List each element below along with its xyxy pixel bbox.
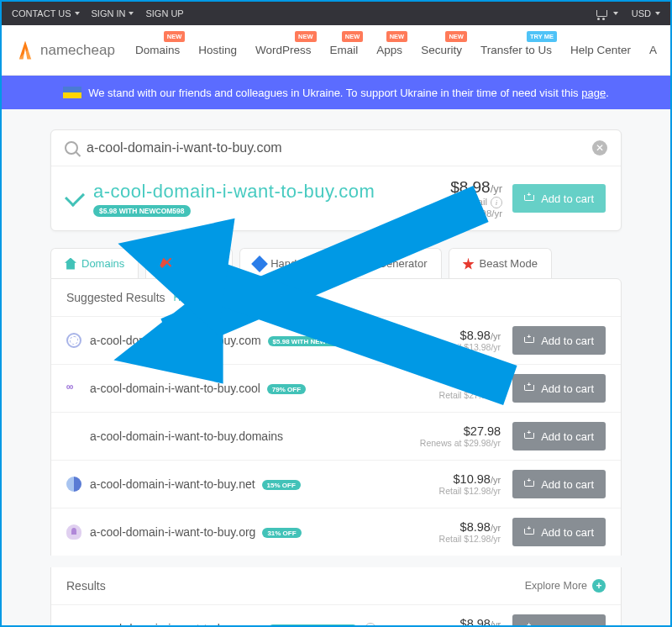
price: $10.98/yrRetail $12.98/yr xyxy=(439,472,501,496)
banner-link[interactable]: page xyxy=(581,87,606,99)
explore-more[interactable]: Explore More+ xyxy=(525,579,606,593)
header: namecheap DomainsNEWHostingWordPressNEWE… xyxy=(2,25,670,76)
nav-domains[interactable]: DomainsNEW xyxy=(135,44,180,56)
nav-help-center[interactable]: Help Center xyxy=(570,44,631,56)
search-input[interactable] xyxy=(87,140,592,155)
nav-wordpress[interactable]: WordPressNEW xyxy=(255,44,312,56)
results-header: Results Explore More+ xyxy=(51,567,621,604)
cart-add-icon xyxy=(524,383,536,393)
signup-link[interactable]: SIGN UP xyxy=(145,8,183,18)
currency-menu[interactable]: USD xyxy=(632,8,660,18)
nav-tag: NEW xyxy=(445,31,467,42)
nav-transfer-to-us[interactable]: Transfer to UsTRY ME xyxy=(480,44,552,56)
domain-name[interactable]: a-cool-domain-i-want-to-buy.org xyxy=(90,525,255,539)
promo-badge: 31% OFF xyxy=(262,528,301,538)
cart-menu[interactable] xyxy=(596,8,618,19)
add-to-cart-button[interactable]: Add to cart xyxy=(512,518,606,546)
hero-result: a-cool-domain-i-want-to-buy.com $5.98 WI… xyxy=(51,166,621,230)
cart-add-icon xyxy=(524,624,536,627)
nav-tag: NEW xyxy=(164,31,186,42)
logo[interactable]: namecheap xyxy=(15,41,115,60)
add-to-cart-button[interactable]: Add to cart xyxy=(512,614,606,627)
nav-tag: NEW xyxy=(342,31,364,42)
ukraine-flag-icon xyxy=(63,87,81,98)
promo-badge: 15% OFF xyxy=(262,480,301,490)
clear-icon[interactable]: ✕ xyxy=(592,140,607,155)
domain-name[interactable]: a-cool-domain-i-want-to-buy.com xyxy=(90,622,261,627)
nav-tag: NEW xyxy=(295,31,317,42)
nav-tag: TRY ME xyxy=(527,31,557,42)
price: $8.98/yrRetail $12.98/yr xyxy=(439,520,501,544)
tld-icon xyxy=(66,477,81,492)
nav-a[interactable]: A xyxy=(649,44,657,56)
ukraine-banner: We stand with our friends and colleagues… xyxy=(2,76,670,109)
logo-icon xyxy=(15,41,35,60)
contact-menu[interactable]: CONTACT US xyxy=(12,8,80,18)
domain-row: a-cool-domain-i-want-to-buy.org31% OFF$8… xyxy=(51,508,621,556)
domain-name[interactable]: a-cool-domain-i-want-to-buy.net xyxy=(90,477,255,491)
domain-row: a-cool-domain-i-want-to-buy.net15% OFF$1… xyxy=(51,460,621,508)
search-card: ✕ a-cool-domain-i-want-to-buy.com $5.98 … xyxy=(50,129,622,231)
nav-email[interactable]: EmailNEW xyxy=(330,44,359,56)
signin-menu[interactable]: SIGN IN xyxy=(92,8,134,18)
nav-apps[interactable]: AppsNEW xyxy=(376,44,402,56)
top-bar: CONTACT US SIGN IN SIGN UP USD xyxy=(2,2,670,25)
tld-icon xyxy=(66,621,81,627)
main-nav: DomainsNEWHostingWordPressNEWEmailNEWApp… xyxy=(135,44,657,56)
plus-icon: + xyxy=(592,579,606,593)
cart-add-icon xyxy=(524,479,536,489)
price: $8.98/yrRetail $13.98/yr xyxy=(439,617,501,627)
search-icon xyxy=(65,141,78,155)
cart-icon xyxy=(596,8,609,19)
nav-security[interactable]: SecurityNEW xyxy=(421,44,462,56)
nav-tag: NEW xyxy=(386,31,408,42)
nav-hosting[interactable]: Hosting xyxy=(198,44,237,56)
cart-add-icon xyxy=(524,335,536,345)
add-to-cart-button[interactable]: Add to cart xyxy=(512,470,606,498)
info-icon[interactable]: i xyxy=(365,623,376,627)
tld-icon xyxy=(66,524,81,540)
tld-icon xyxy=(66,333,81,348)
annotation-arrow xyxy=(51,202,552,452)
cart-add-icon xyxy=(524,431,536,441)
cart-add-icon xyxy=(524,527,536,537)
domain-row: a-cool-domain-i-want-to-buy.com$5.98 WIT… xyxy=(51,604,621,627)
